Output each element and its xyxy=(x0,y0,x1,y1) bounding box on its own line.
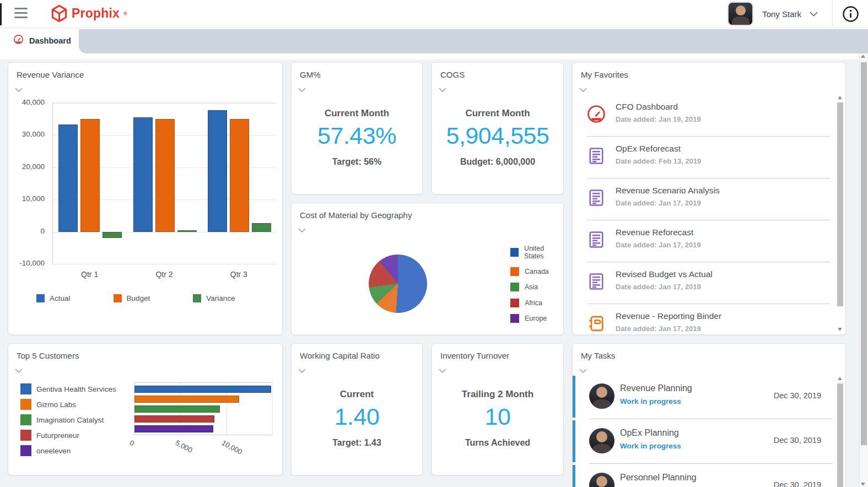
user-menu-chevron-down-icon[interactable] xyxy=(810,12,818,17)
y-tick-label: 40,000 xyxy=(22,98,45,106)
task-item[interactable]: OpEx PlanningWork in progressDec 30, 201… xyxy=(573,419,835,464)
x-tick-label: Qtr 2 xyxy=(127,270,201,279)
card-title: COGS xyxy=(432,63,563,79)
pie-legend: United StatesCanadaAsiaAfricaEurope xyxy=(510,245,563,330)
legend-swatch xyxy=(510,299,519,307)
y-axis-labels: 40,00030,00020,00010,0000-10,000 xyxy=(8,102,48,263)
favorite-date-added: Date added: Jan 17, 2019 xyxy=(616,241,835,249)
cost-of-material-card: Cost of Material by Geography United Sta… xyxy=(291,203,564,335)
legend-swatch xyxy=(510,314,519,323)
cogs-current-value: 5,904,555 xyxy=(432,122,563,149)
task-assignee-avatar xyxy=(589,383,614,409)
legend-item: oneeleven xyxy=(20,445,116,456)
favorites-scrollbar[interactable] xyxy=(837,95,844,332)
favorite-item[interactable]: Revenue - Reporting BinderDate added: Ja… xyxy=(573,304,835,334)
plot-area xyxy=(52,102,277,264)
tasks-scrollbar[interactable] xyxy=(837,376,844,487)
inventory-turns-label: Turns Achieved xyxy=(432,438,563,448)
task-status-link[interactable]: Work in progress xyxy=(620,442,681,450)
scroll-down-arrow[interactable] xyxy=(861,483,865,486)
geography-pie-chart xyxy=(369,255,427,313)
chart-legend: Gentiva Health ServicesGizmo LabsImagina… xyxy=(20,383,116,461)
collapse-chevron-icon[interactable] xyxy=(297,365,307,376)
collapse-chevron-icon[interactable] xyxy=(14,365,24,376)
gm-current-value: 57.43% xyxy=(292,122,422,149)
my-favorites-card: My Favorites CFO DashboardDate added: Ja… xyxy=(572,62,846,335)
bar-actual-qtr3 xyxy=(208,110,227,231)
task-status-link[interactable]: Work in progress xyxy=(620,397,681,405)
favorite-item[interactable]: Revised Budget vs ActualDate added: Jan … xyxy=(573,262,835,304)
scroll-up-arrow[interactable] xyxy=(861,55,865,58)
collapse-chevron-icon[interactable] xyxy=(578,84,588,95)
scrollbar-thumb[interactable] xyxy=(861,62,867,445)
card-title: My Tasks xyxy=(573,344,845,360)
working-capital-value: 1.40 xyxy=(292,403,422,430)
favorite-item[interactable]: OpEx ReforecastDate added: Feb 13, 2019 xyxy=(573,137,835,178)
scrollbar-thumb[interactable] xyxy=(837,383,843,487)
collapse-chevron-icon[interactable] xyxy=(297,84,307,95)
bar-variance-qtr2 xyxy=(177,230,197,232)
info-button[interactable] xyxy=(833,6,868,23)
collapse-chevron-icon[interactable] xyxy=(438,365,448,376)
chart-legend: ActualBudgetVariance xyxy=(36,294,235,302)
favorite-date-added: Date added: Jan 17, 2019 xyxy=(616,324,835,333)
scroll-down-arrow[interactable] xyxy=(838,328,842,331)
collapse-chevron-icon[interactable] xyxy=(14,84,24,95)
task-item[interactable]: Revenue PlanningWork in progressDec 30, … xyxy=(573,375,835,419)
bar-actual-qtr1 xyxy=(58,125,78,232)
favorite-item[interactable]: Revenue Scenario AnalysisDate added: Jan… xyxy=(573,178,835,220)
collapse-chevron-icon[interactable] xyxy=(297,225,307,235)
inventory-turns-value: 10 xyxy=(432,403,563,430)
legend-item: Variance xyxy=(193,294,235,302)
legend-label: Imagination Catalyst xyxy=(36,416,104,424)
task-item[interactable]: Personnel PlanningWork in progressDec 30… xyxy=(573,464,835,487)
y-tick-label: 0 xyxy=(40,227,45,235)
legend-label: Canada xyxy=(525,268,549,275)
legend-label: Africa xyxy=(525,299,542,307)
y-tick-label: -10,000 xyxy=(19,259,45,267)
revenue-variance-card: Revenue Variance 40,00030,00020,00010,00… xyxy=(8,62,283,335)
bar-variance-qtr1 xyxy=(103,232,122,239)
strip-gap xyxy=(0,53,868,59)
favorite-title: Revenue Scenario Analysis xyxy=(616,186,835,196)
dashboard-icon xyxy=(586,104,606,124)
user-avatar[interactable] xyxy=(728,2,753,25)
inventory-turnover-card: Inventory Turnover Trailing 2 Month 10 T… xyxy=(432,343,564,475)
favorite-item[interactable]: Revenue ReforecastDate added: Jan 17, 20… xyxy=(573,220,835,262)
bar-gentiva-health-services xyxy=(134,386,271,393)
scroll-up-arrow[interactable] xyxy=(838,377,842,380)
bar-budget-qtr3 xyxy=(230,119,249,231)
revenue-variance-chart: 40,00030,00020,00010,0000-10,000 Qtr 1Qt… xyxy=(8,95,282,334)
user-name[interactable]: Tony Stark xyxy=(762,9,801,19)
favorite-title: OpEx Reforecast xyxy=(616,144,835,154)
menu-hamburger-button[interactable] xyxy=(14,8,29,19)
legend-label: Gentiva Health Services xyxy=(36,385,116,393)
gm-percent-card: GM% Current Month 57.43% Target: 56% xyxy=(291,62,423,194)
legend-label: Europe xyxy=(525,315,547,322)
task-due-date: Dec 30, 2019 xyxy=(774,436,821,445)
card-title: My Favorites xyxy=(573,63,845,79)
gridline xyxy=(53,103,277,104)
report-icon xyxy=(586,272,606,291)
tab-dashboard[interactable]: Dashboard xyxy=(0,28,79,53)
card-title: GM% xyxy=(292,63,422,79)
favorite-item[interactable]: CFO DashboardDate added: Jan 19, 2019 xyxy=(573,95,835,137)
collapse-chevron-icon[interactable] xyxy=(438,84,448,95)
gridline xyxy=(53,264,277,264)
legend-label: Variance xyxy=(206,294,235,302)
legend-swatch xyxy=(193,294,201,302)
page-scrollbar[interactable] xyxy=(859,53,868,487)
legend-item: Canada xyxy=(510,267,563,276)
scroll-up-arrow[interactable] xyxy=(838,96,842,99)
legend-item: Africa xyxy=(510,299,563,307)
scrollbar-thumb[interactable] xyxy=(837,102,843,306)
legend-item: Gentiva Health Services xyxy=(20,383,116,394)
legend-item: United States xyxy=(510,245,563,260)
legend-label: United States xyxy=(524,245,563,260)
favorite-title: Revenue Reforecast xyxy=(616,228,835,237)
legend-label: Budget xyxy=(127,294,150,302)
bar-gizmo-labs xyxy=(134,396,239,403)
dashboard-canvas: Revenue Variance 40,00030,00020,00010,00… xyxy=(0,53,868,487)
legend-item: Actual xyxy=(36,294,71,302)
prophix-logo: Prophix® xyxy=(51,4,127,23)
